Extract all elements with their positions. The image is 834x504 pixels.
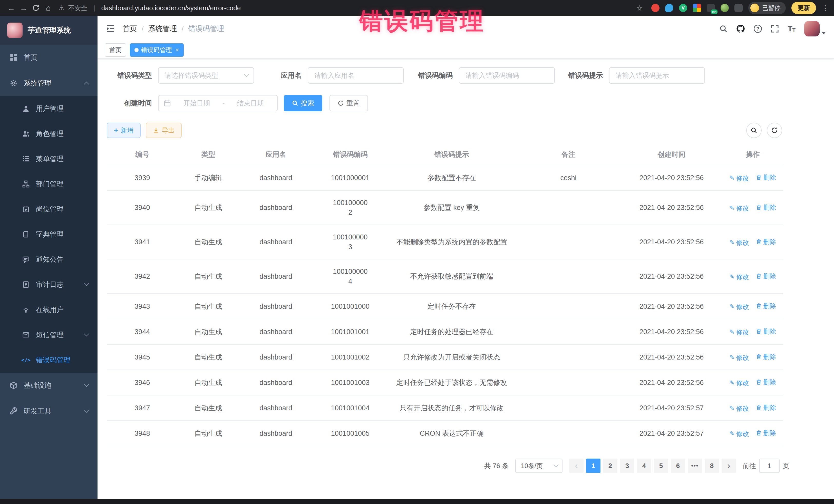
- edit-link[interactable]: ✎修改: [729, 327, 749, 337]
- edit-link[interactable]: ✎修改: [729, 353, 749, 363]
- tab-home[interactable]: 首页: [105, 43, 126, 57]
- edit-icon: ✎: [729, 239, 735, 246]
- extension-puzzle-icon[interactable]: [734, 4, 743, 12]
- help-icon[interactable]: ?: [754, 25, 762, 33]
- font-size-icon[interactable]: TT: [788, 25, 795, 32]
- delete-link[interactable]: 删除: [756, 352, 776, 361]
- tab-close-icon[interactable]: ×: [176, 46, 179, 53]
- sidebar-item-system[interactable]: 系统管理: [0, 70, 97, 96]
- search-button-label: 搜索: [301, 99, 314, 108]
- toggle-search-button[interactable]: [746, 123, 762, 138]
- browser-menu-icon[interactable]: ⋮: [822, 4, 829, 12]
- sidebar-item-audit-log[interactable]: 审计日志: [0, 272, 97, 297]
- cell-app: dashboard: [239, 293, 313, 319]
- sidebar-item-menus[interactable]: 菜单管理: [0, 146, 97, 171]
- search-icon[interactable]: [719, 25, 727, 33]
- edit-link[interactable]: ✎修改: [729, 173, 749, 183]
- sidebar-toggle-icon[interactable]: [106, 25, 115, 33]
- back-icon[interactable]: ←: [5, 2, 18, 14]
- page-button-6[interactable]: 6: [671, 459, 685, 473]
- create-time-range-picker[interactable]: 开始日期 - 结束日期: [158, 95, 278, 111]
- forward-icon[interactable]: →: [18, 2, 30, 14]
- column-header-created: 创建时间: [621, 144, 722, 165]
- app-name-input[interactable]: [308, 67, 404, 84]
- delete-link[interactable]: 删除: [756, 301, 776, 311]
- search-button[interactable]: 搜索: [284, 95, 322, 111]
- add-button[interactable]: + 新增: [107, 123, 140, 138]
- fullscreen-icon[interactable]: [771, 25, 779, 33]
- edit-link[interactable]: ✎修改: [729, 403, 749, 413]
- edit-link[interactable]: ✎修改: [729, 378, 749, 388]
- user-avatar[interactable]: [804, 21, 826, 37]
- sidebar-item-dev-tools[interactable]: 研发工具: [0, 398, 97, 424]
- sidebar-item-sms[interactable]: 短信管理: [0, 322, 97, 348]
- sidebar-item-home[interactable]: 首页: [0, 45, 97, 70]
- cell-ops: ✎修改 删除: [722, 165, 783, 191]
- prev-page-button[interactable]: ‹: [569, 459, 584, 473]
- reset-button[interactable]: 重置: [329, 95, 368, 111]
- page-button-8[interactable]: 8: [705, 459, 719, 473]
- sidebar-item-notices[interactable]: 通知公告: [0, 247, 97, 272]
- reset-button-label: 重置: [347, 99, 360, 108]
- refresh-table-button[interactable]: [767, 123, 782, 138]
- page-more-button[interactable]: •••: [688, 459, 702, 473]
- sidebar-item-dictionary[interactable]: 字典管理: [0, 222, 97, 247]
- cell-id: 3942: [107, 259, 178, 293]
- extension-green-icon[interactable]: [721, 4, 729, 12]
- page-button-1[interactable]: 1: [586, 459, 600, 473]
- edit-link[interactable]: ✎修改: [729, 429, 749, 439]
- error-code-input[interactable]: [459, 67, 555, 84]
- navbar-actions: ? TT: [719, 21, 826, 37]
- edit-link[interactable]: ✎修改: [729, 302, 749, 311]
- page-button-2[interactable]: 2: [603, 459, 617, 473]
- delete-link[interactable]: 删除: [756, 237, 776, 247]
- bookmark-star-icon[interactable]: ☆: [633, 2, 646, 14]
- cell-hint: 不能删除类型为系统内置的参数配置: [388, 225, 516, 259]
- page-size-select[interactable]: 10条/页: [515, 459, 563, 473]
- delete-link[interactable]: 删除: [756, 403, 776, 412]
- cell-created: 2021-04-20 23:52:56: [621, 370, 722, 395]
- delete-link[interactable]: 删除: [756, 377, 776, 387]
- edit-link[interactable]: ✎修改: [729, 238, 749, 247]
- delete-link[interactable]: 删除: [756, 326, 776, 336]
- delete-link[interactable]: 删除: [756, 202, 776, 212]
- extension-drop-icon[interactable]: [665, 4, 673, 12]
- extension-red-icon[interactable]: [651, 4, 659, 12]
- edit-icon: ✎: [729, 354, 735, 360]
- delete-link[interactable]: 删除: [756, 271, 776, 281]
- sidebar-item-departments[interactable]: 部门管理: [0, 171, 97, 197]
- sidebar-item-posts[interactable]: 岗位管理: [0, 197, 97, 222]
- delete-link[interactable]: 删除: [756, 172, 776, 182]
- browser-update-button[interactable]: 更新: [791, 2, 816, 14]
- error-hint-input[interactable]: [609, 67, 705, 84]
- refresh-icon[interactable]: [30, 2, 42, 14]
- user-icon: [22, 105, 30, 112]
- extension-vue-devtools-icon[interactable]: V: [679, 4, 687, 12]
- error-type-select[interactable]: 请选择错误码类型: [158, 67, 254, 84]
- sidebar-item-online-users[interactable]: 在线用户: [0, 297, 97, 322]
- sidebar-logo[interactable]: 芋道管理系统: [0, 16, 97, 45]
- goto-page-input[interactable]: [759, 459, 780, 473]
- page-button-4[interactable]: 4: [637, 459, 651, 473]
- next-page-button[interactable]: ›: [722, 459, 736, 473]
- home-icon[interactable]: ⌂: [42, 2, 54, 14]
- breadcrumb-system[interactable]: 系统管理: [148, 24, 177, 34]
- github-icon[interactable]: [736, 24, 745, 33]
- edit-link[interactable]: ✎修改: [729, 203, 749, 213]
- export-button[interactable]: 导出: [146, 123, 182, 138]
- breadcrumb-home[interactable]: 首页: [123, 24, 137, 34]
- page-button-3[interactable]: 3: [620, 459, 634, 473]
- sidebar-item-label: 菜单管理: [36, 154, 64, 163]
- edit-link[interactable]: ✎修改: [729, 272, 749, 282]
- tab-error-code[interactable]: 错误码管理 ×: [130, 43, 184, 57]
- sidebar-item-users[interactable]: 用户管理: [0, 96, 97, 121]
- sidebar-item-roles[interactable]: 角色管理: [0, 121, 97, 146]
- extension-palette-icon[interactable]: [693, 4, 701, 12]
- sidebar-item-error-code[interactable]: </> 错误码管理: [0, 348, 97, 373]
- extension-switch-icon[interactable]: on: [707, 4, 715, 12]
- browser-profile-chip[interactable]: 已暂停: [748, 2, 786, 14]
- sidebar-item-infrastructure[interactable]: 基础设施: [0, 373, 97, 398]
- delete-link[interactable]: 删除: [756, 428, 776, 438]
- page-button-5[interactable]: 5: [654, 459, 668, 473]
- address-bar[interactable]: ⚠ 不安全 | dashboard.yudao.iocoder.cn/syste…: [59, 4, 241, 12]
